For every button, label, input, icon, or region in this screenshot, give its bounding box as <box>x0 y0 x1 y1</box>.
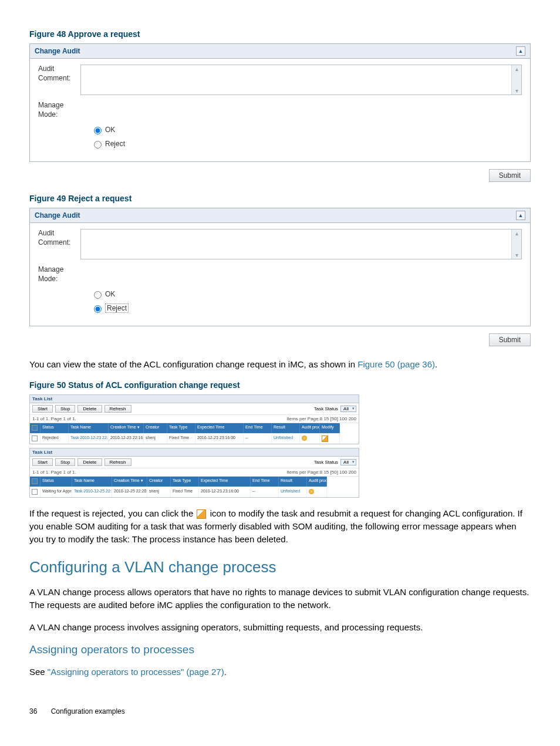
scroll-down-icon[interactable]: ▾ <box>515 87 518 94</box>
scroll-up-icon[interactable]: ▴ <box>515 65 518 73</box>
start-button[interactable]: Start <box>32 458 53 466</box>
radio-reject-label: Reject <box>105 140 125 148</box>
para2-a: If the request is rejected, you can clic… <box>29 508 195 518</box>
items-per-page[interactable]: Items per Page:8 15 [50] 100 200 <box>286 416 356 421</box>
audit-process-icon[interactable] <box>309 489 314 494</box>
submit-button[interactable]: Submit <box>489 169 531 182</box>
items-per-page[interactable]: Items per Page:8 15 [50] 100 200 <box>286 470 356 475</box>
delete-button[interactable]: Delete <box>77 405 102 413</box>
chapter-title: Configuration examples <box>51 707 125 715</box>
audit-comment-textarea[interactable]: ▴ ▾ <box>80 65 522 95</box>
row-task-type: Fixed Time <box>167 433 195 444</box>
submit-button[interactable]: Submit <box>489 333 531 346</box>
manage-mode-label: Manage Mode: <box>38 101 80 119</box>
row-expected-time: 2016-12-23 23:16:00 <box>195 433 244 444</box>
task-table: Status Task Name Creation Time ▾ Creator… <box>30 423 359 444</box>
vlan-p2: A VLAN change process involves assigning… <box>29 621 531 634</box>
figure-50-caption: Figure 50 Status of ACL configuration ch… <box>29 380 531 390</box>
page-number: 36 <box>29 707 37 715</box>
th-end-time: End Time <box>251 477 279 487</box>
task-list-meta: 1-1 of 1. Page 1 of 1. Items per Page:8 … <box>30 468 359 477</box>
row-status: Waiting for Approval <box>41 487 72 497</box>
th-chk[interactable] <box>30 423 41 433</box>
row-chk[interactable] <box>30 487 41 497</box>
scrollbar[interactable]: ▴ ▾ <box>511 229 521 259</box>
assign-para: See "Assigning operators to processes" (… <box>29 666 531 679</box>
radio-ok[interactable] <box>94 291 102 299</box>
task-list-meta: 1-1 of 1. Page 1 of 1. Items per Page:8 … <box>30 415 359 423</box>
stop-button[interactable]: Stop <box>55 458 75 466</box>
th-creation-time[interactable]: Creation Time ▾ <box>112 477 147 487</box>
heading-vlan-change-process: Configuring a VLAN change process <box>29 558 531 576</box>
row-modify[interactable] <box>320 433 340 444</box>
radio-ok[interactable] <box>94 127 102 134</box>
fig49-panel-title: Change Audit <box>35 211 80 220</box>
manage-mode-label: Manage Mode: <box>38 265 80 283</box>
th-audit-process: Audit process <box>300 423 320 433</box>
row-audit-process[interactable] <box>307 487 327 497</box>
audit-process-icon[interactable] <box>302 436 307 441</box>
task-status-select[interactable]: All <box>340 459 356 465</box>
scrollbar[interactable]: ▴ ▾ <box>511 65 521 94</box>
row-task-type: Fixed Time <box>171 487 199 497</box>
th-expected-time: Expected Time <box>199 477 251 487</box>
collapse-icon[interactable]: ▲ <box>516 46 525 56</box>
row-creation-time: 2010-12-25 22:20:48 <box>112 487 147 497</box>
row-result[interactable]: Unfinished <box>279 487 307 497</box>
figure-49-caption: Figure 49 Reject a request <box>29 194 531 203</box>
radio-ok-label: OK <box>105 290 115 298</box>
task-status-label: Task Status <box>314 460 338 465</box>
row-creation-time: 2010-12-23 22:16:46 <box>109 433 144 444</box>
th-task-type: Task Type <box>167 423 195 433</box>
task-list-title: Task List <box>30 395 359 403</box>
assign-a: See <box>29 667 48 677</box>
row-chk[interactable] <box>30 433 41 444</box>
task-list-toolbar: Start Stop Delete Refresh Task Status Al… <box>30 457 359 468</box>
row-creator: shenj <box>147 487 171 497</box>
th-result: Result <box>279 477 307 487</box>
row-task-name[interactable]: Task 2010-12-25 22:16:45 <box>72 487 112 497</box>
delete-button[interactable]: Delete <box>77 458 102 466</box>
row-result[interactable]: Unfinished <box>272 433 300 444</box>
scroll-down-icon[interactable]: ▾ <box>515 251 518 259</box>
audit-comment-textarea[interactable]: ▴ ▾ <box>80 229 522 259</box>
modify-icon <box>197 509 206 519</box>
th-task-name: Task Name <box>69 423 109 433</box>
task-status-select[interactable]: All <box>340 406 356 412</box>
audit-comment-label: Audit Comment: <box>38 65 80 83</box>
task-table: Status Task Name Creation Time ▾ Creator… <box>30 477 359 497</box>
row-creator: shenj <box>144 433 167 444</box>
row-audit-process[interactable] <box>300 433 320 444</box>
th-creator: Creator <box>147 477 171 487</box>
figure-48-caption: Figure 48 Approve a request <box>29 29 531 39</box>
stop-button[interactable]: Stop <box>55 405 75 413</box>
th-modify: Modify <box>320 423 340 433</box>
row-status: Rejected <box>41 433 69 444</box>
modify-icon[interactable] <box>322 436 328 442</box>
fig48-panel: Change Audit ▲ Audit Comment: ▴ ▾ Manage… <box>29 43 531 162</box>
audit-comment-label: Audit Comment: <box>38 229 80 247</box>
radio-ok-label: OK <box>105 126 115 134</box>
refresh-button[interactable]: Refresh <box>104 405 131 413</box>
fig49-panel: Change Audit ▲ Audit Comment: ▴ ▾ Manage… <box>29 208 531 326</box>
collapse-icon[interactable]: ▲ <box>516 211 525 220</box>
th-task-type: Task Type <box>171 477 199 487</box>
radio-reject[interactable] <box>94 141 102 148</box>
scroll-up-icon[interactable]: ▴ <box>515 229 518 237</box>
task-list-1: Task List Start Stop Delete Refresh Task… <box>29 394 359 444</box>
task-status-label: Task Status <box>314 406 338 411</box>
th-creation-time[interactable]: Creation Time ▾ <box>109 423 144 433</box>
figure-50-link[interactable]: Figure 50 (page 36) <box>357 359 435 369</box>
fig49-panel-body: Audit Comment: ▴ ▾ Manage Mode: OK Rejec… <box>30 223 530 326</box>
radio-reject-label: Reject <box>105 303 129 313</box>
th-chk[interactable] <box>30 477 41 487</box>
fig48-panel-head: Change Audit ▲ <box>30 44 530 59</box>
para1-text-b: . <box>435 359 437 369</box>
radio-reject[interactable] <box>94 305 102 313</box>
task-list-title: Task List <box>30 448 359 457</box>
th-expected-time: Expected Time <box>195 423 244 433</box>
row-task-name[interactable]: Task 2010-12-23 22:16:45 <box>69 433 109 444</box>
refresh-button[interactable]: Refresh <box>104 458 131 466</box>
start-button[interactable]: Start <box>32 405 53 413</box>
assign-link[interactable]: "Assigning operators to processes" (page… <box>48 667 224 677</box>
